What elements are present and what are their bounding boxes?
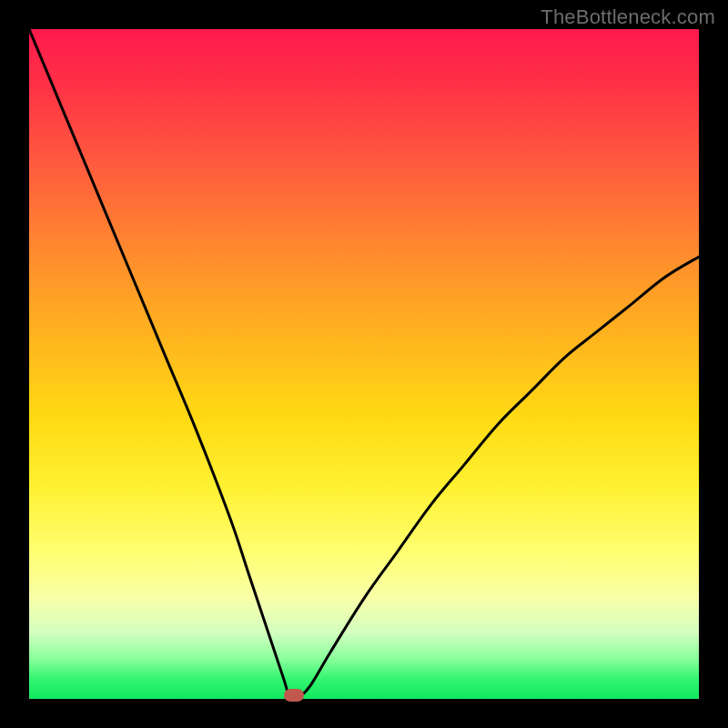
bottleneck-curve [29,29,699,699]
watermark-label: TheBottleneck.com [541,5,715,29]
minimum-marker [284,689,304,702]
plot-area [29,29,699,699]
chart-frame: TheBottleneck.com [0,0,728,728]
